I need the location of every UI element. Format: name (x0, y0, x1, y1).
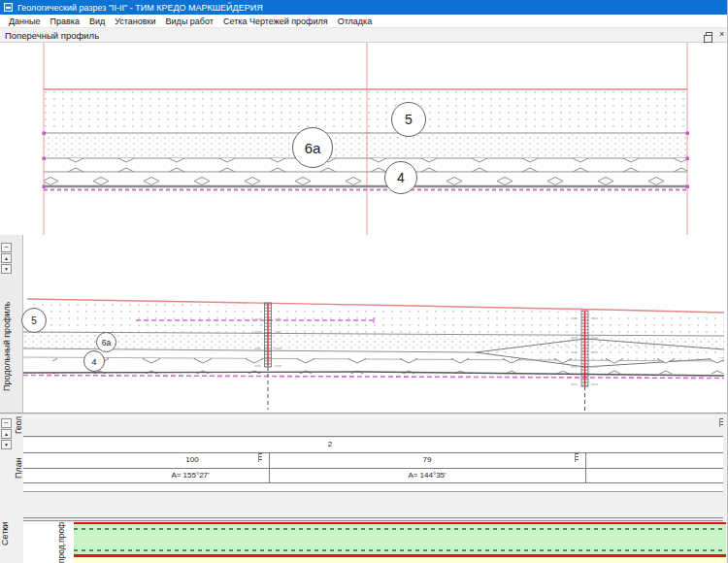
window-title: Геологический разрез "II-II" - ТИМ КРЕДО… (17, 3, 263, 13)
plan-grid-line (23, 491, 723, 492)
menu-item-vidy-rabot[interactable]: Виды работ (161, 16, 218, 27)
grids-panel-label: Сетки (0, 509, 12, 559)
scroll-down-button[interactable]: ▼ (1, 264, 12, 274)
menu-item-ustanovki[interactable]: Установки (110, 16, 160, 27)
grid-yellow-band (74, 557, 726, 563)
plan-grid-divider (585, 452, 586, 482)
title-bar: Геологический разрез "II-II" - ТИМ КРЕДО… (0, 0, 728, 15)
close-icon[interactable]: × (719, 30, 725, 39)
prodprof-top-line (23, 520, 723, 521)
menu-item-setka-chertezhey[interactable]: Сетка Чертежей профиля (218, 16, 333, 27)
long-layer-label-4: 4 (83, 350, 105, 372)
geol-double-line (23, 436, 723, 437)
float-window-icon[interactable] (706, 32, 712, 38)
menu-item-vid[interactable]: Вид (84, 16, 110, 27)
grid-green-dash-top (74, 528, 726, 530)
plan-grid-divider (269, 452, 270, 482)
long-profile-canvas[interactable] (23, 235, 728, 413)
grid-green-dash-bottom (74, 549, 726, 551)
cross-section-caption: Поперечный профиль × (0, 28, 728, 43)
geol-row-marker (719, 418, 723, 427)
grids-scroll-down-button[interactable]: ▼ (1, 440, 12, 449)
plan-seg2-length: 79 (398, 455, 456, 464)
plan-seg1-azimuth: А= 155°27' (142, 471, 239, 480)
prodprof-top-line (23, 517, 723, 518)
layer-label-4: 4 (384, 161, 417, 194)
menu-item-dannye[interactable]: Данные (4, 16, 46, 27)
cross-section-canvas[interactable]: 5 6а 4 (0, 43, 728, 235)
long-layer-label-5: 5 (21, 308, 47, 333)
plan-grid-line (23, 452, 723, 453)
long-profile-panel: − ▲ ▼ Продольный профиль (0, 235, 728, 413)
plan-header-value: 2 (311, 440, 349, 448)
layer-label-5: 5 (391, 102, 426, 137)
prodprof-row-label: прод.проф. (56, 521, 71, 563)
cross-section-title: Поперечный профиль (5, 30, 99, 41)
cross-section-drawing (0, 43, 728, 235)
plan-station-flag-2 (575, 453, 579, 462)
collapse-button[interactable]: − (1, 243, 12, 252)
long-profile-panel-label: Продольный профиль (2, 288, 14, 405)
application-window: Геологический разрез "II-II" - ТИМ КРЕДО… (0, 0, 728, 563)
plan-grid-line (23, 482, 723, 483)
borehole-1 (254, 303, 281, 410)
long-layer-label-6a: 6а (96, 332, 116, 352)
grids-panel: − ▲ ▼ Сетки Геол Проект не определен Пла… (0, 416, 728, 563)
geol-row-label: Геол (14, 414, 24, 436)
menu-bar: Данные Правка Вид Установки Виды работ С… (0, 15, 728, 28)
menu-item-otladka[interactable]: Отладка (333, 16, 378, 27)
menu-item-pravka[interactable]: Правка (46, 16, 84, 27)
app-icon (4, 3, 13, 12)
plan-grid-area[interactable] (23, 438, 723, 492)
plan-grid-line (23, 468, 723, 469)
plan-seg2-azimuth: А= 144°35' (379, 471, 476, 480)
grids-collapse-button[interactable]: − (1, 418, 12, 428)
scroll-up-button[interactable]: ▲ (1, 253, 12, 263)
long-profile-strip: − ▲ ▼ Продольный профиль (0, 235, 23, 413)
plan-seg1-length: 100 (163, 455, 221, 464)
grids-scroll-up-button[interactable]: ▲ (1, 429, 12, 439)
plan-station-flag-1 (258, 453, 262, 462)
layer-label-6a: 6а (292, 127, 333, 168)
